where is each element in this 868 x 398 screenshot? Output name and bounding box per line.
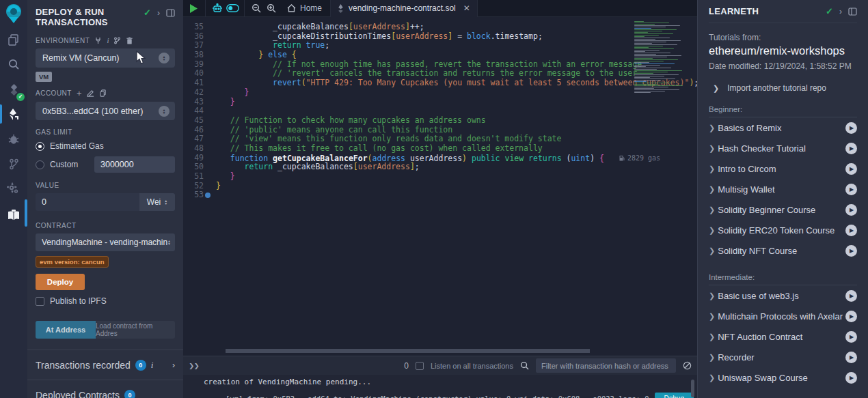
play-tutorial-button[interactable]: ▶ [845, 290, 857, 302]
play-tutorial-button[interactable]: ▶ [845, 225, 857, 236]
panel-expand-icon[interactable]: › [839, 8, 842, 16]
code-editor[interactable]: 35 _cupcakeBalances[userAddress]++;36 _c… [183, 18, 697, 356]
value-unit-select[interactable]: Wei ▲▼ [139, 193, 175, 211]
tutorial-item[interactable]: ❯Basic use of web3.js▶ [709, 285, 857, 306]
deploy-button[interactable]: Deploy [36, 274, 85, 290]
tab-close-icon[interactable]: ✕ [463, 3, 470, 13]
code-line[interactable]: 46 // 'public' means anyone can call thi… [183, 126, 697, 135]
code-line[interactable]: 37 return true; [183, 41, 697, 51]
code-line[interactable]: 51 } [183, 172, 697, 182]
fork-icon[interactable] [113, 37, 121, 44]
play-tutorial-button[interactable]: ▶ [845, 331, 857, 343]
code-line[interactable]: 52} [183, 182, 697, 191]
tutorial-item[interactable]: ❯Solidity ERC20 Token Course▶ [709, 220, 857, 240]
chevron-right-icon[interactable]: › [172, 360, 175, 370]
debug-button[interactable]: Debug [655, 393, 694, 398]
code-line[interactable]: 43 } [183, 98, 697, 107]
edit-icon[interactable] [87, 89, 94, 97]
zoom-in-icon[interactable] [264, 0, 279, 17]
tutorial-item[interactable]: ❯Recorder▶ [709, 347, 857, 367]
code-line[interactable]: 35 _cupcakeBalances[userAddress]++; [183, 23, 697, 32]
remix-logo-icon[interactable] [0, 0, 27, 27]
custom-gas-input[interactable]: 3000000 [94, 156, 175, 173]
code-line[interactable]: 38 } else { [183, 51, 697, 60]
tutorial-item[interactable]: ❯Hash Checker Tutorial▶ [709, 138, 857, 158]
import-repo-toggle[interactable]: ❯ Import another tutorial repo [709, 83, 857, 93]
at-address-button[interactable]: At Address [36, 321, 96, 339]
file-explorer-icon[interactable] [0, 27, 27, 52]
terminal-filter-input[interactable]: Filter with transaction hash or address [536, 358, 676, 373]
panel-pin-icon[interactable] [848, 8, 857, 16]
tutorial-item[interactable]: ❯Solidity Beginner Course▶ [709, 199, 857, 220]
value-input[interactable]: 0 [36, 193, 139, 211]
tutorial-item[interactable]: ❯Uniswap Swap Course▶ [709, 367, 857, 388]
plug-icon[interactable] [94, 37, 102, 44]
tutorial-item[interactable]: ❯Basics of Remix▶ [709, 117, 857, 138]
play-tutorial-button[interactable]: ▶ [845, 245, 857, 257]
terminal-clear-icon[interactable] [683, 361, 692, 370]
terminal-collapse-icon[interactable]: ❯❯ [189, 363, 199, 369]
estimated-gas-radio[interactable] [36, 142, 44, 151]
terminal-output[interactable]: creation of VendingMachine pending... [v… [183, 375, 697, 398]
play-tutorial-button[interactable]: ▶ [845, 143, 857, 154]
code-line[interactable]: 45 // Function to check how many cupcake… [183, 116, 697, 126]
tab-file[interactable]: vending-machine-contract.sol ✕ [330, 0, 478, 17]
copy-icon[interactable] [99, 89, 107, 97]
terminal-scrollbar[interactable] [691, 380, 694, 397]
contract-select[interactable]: VendingMachine - vending-machin ▲▼ [36, 233, 175, 251]
panel-pin-icon[interactable] [166, 9, 175, 17]
code-line[interactable]: 48 // This makes it free to call (no gas… [183, 144, 697, 154]
publish-ipfs-checkbox[interactable] [36, 297, 44, 306]
play-tutorial-button[interactable]: ▶ [845, 122, 857, 134]
ai-copilot-icon[interactable] [210, 0, 225, 17]
at-address-input[interactable]: Load contract from Addres [96, 321, 175, 339]
tutorial-item[interactable]: ❯Intro to Circom▶ [709, 158, 857, 179]
listen-all-checkbox[interactable] [416, 362, 424, 370]
code-line[interactable]: 39 // If not enough time has passed, rev… [183, 60, 697, 70]
play-tutorial-button[interactable]: ▶ [845, 352, 857, 363]
search-icon[interactable] [0, 52, 27, 76]
settings-icon[interactable] [0, 176, 27, 202]
play-tutorial-button[interactable]: ▶ [845, 204, 857, 216]
code-line[interactable]: 41 revert("HTTP 429: Too Many Cupcakes (… [183, 79, 697, 88]
deploy-run-icon[interactable] [0, 102, 27, 127]
play-tutorial-button[interactable]: ▶ [845, 163, 857, 175]
copilot-toggle[interactable] [225, 0, 240, 17]
code-line[interactable]: 40 // 'revert' cancels the transaction a… [183, 69, 697, 79]
panel-expand-icon[interactable]: › [157, 9, 160, 17]
tutorial-item[interactable]: ❯Multichain Protocols with Axelar▶ [709, 306, 857, 326]
zoom-out-icon[interactable] [249, 0, 264, 17]
code-line[interactable]: 49 function getCupcakeBalanceFor(address… [183, 154, 697, 163]
trash-icon[interactable] [126, 37, 133, 44]
git-icon[interactable] [0, 152, 27, 176]
transactions-recorded-row[interactable]: Transactions recorded 0 i › [27, 350, 183, 380]
code-line[interactable]: 50 return _cupcakeBalances[userAddress]; [183, 162, 697, 172]
add-account-icon[interactable]: + [77, 89, 82, 98]
custom-gas-radio[interactable] [36, 160, 44, 169]
code-line[interactable]: 42 } [183, 88, 697, 98]
code-line[interactable]: 53 [183, 190, 697, 200]
code-line[interactable]: 36 _cupcakeDistributionTimes[userAddress… [183, 32, 697, 42]
play-tutorial-button[interactable]: ▶ [845, 311, 857, 322]
tutorial-item[interactable]: ❯Multisig Wallet▶ [709, 179, 857, 199]
tab-home[interactable]: Home [279, 0, 330, 17]
environment-info-icon[interactable]: i [107, 36, 109, 44]
debugger-icon[interactable] [0, 127, 27, 152]
environment-select[interactable]: Remix VM (Cancun) ▲▼ [36, 48, 175, 68]
terminal-search-icon[interactable] [520, 361, 529, 370]
code-line[interactable]: 44 [183, 106, 697, 116]
tutorial-item[interactable]: ❯NFT Auction Contract▶ [709, 326, 857, 347]
code-line[interactable]: 47 // 'view' means this function only re… [183, 134, 697, 144]
solidity-compiler-icon[interactable]: ✓ [0, 76, 27, 102]
play-tutorial-button[interactable]: ▶ [845, 372, 857, 384]
editor-minimap[interactable] [632, 19, 692, 93]
account-select[interactable]: 0x5B3...eddC4 (100 ether) ▲▼ [36, 102, 175, 120]
minimap-line [634, 24, 655, 25]
deployed-contracts-row[interactable]: Deployed Contracts 0 [27, 380, 183, 398]
play-tutorial-button[interactable]: ▶ [845, 184, 857, 195]
editor-horizontal-scrollbar[interactable] [226, 349, 590, 353]
run-script-icon[interactable] [186, 0, 201, 17]
learneth-book-icon[interactable] [0, 202, 27, 228]
tutorial-item[interactable]: ❯Solidity NFT Course▶ [709, 240, 857, 261]
transactions-info-icon[interactable]: i [151, 360, 154, 371]
